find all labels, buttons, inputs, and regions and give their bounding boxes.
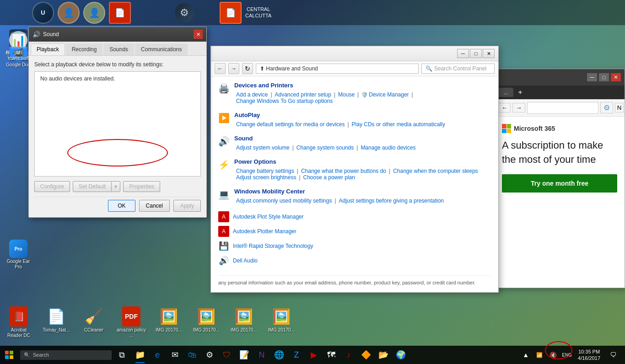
- cp-close-button[interactable]: ✕: [483, 49, 495, 58]
- taskbar-app-antivirus[interactable]: 🛡: [219, 347, 235, 363]
- tab-sounds[interactable]: Sounds: [103, 43, 134, 55]
- cp-link-presentation[interactable]: Adjust settings before giving a presenta…: [339, 198, 444, 204]
- apply-button[interactable]: Apply: [173, 200, 201, 212]
- cp-link-plot-style[interactable]: Autodesk Plot Style Manager: [233, 214, 304, 220]
- browser-new-tab-button[interactable]: +: [515, 88, 525, 96]
- browser-maximize-button[interactable]: □: [599, 73, 609, 81]
- taskbar-app-notepad[interactable]: 📝: [236, 347, 253, 363]
- start-button[interactable]: [0, 346, 18, 364]
- taskbar-app-music[interactable]: ♪: [340, 347, 357, 363]
- notification-center-button[interactable]: 🗨: [605, 347, 621, 363]
- thumbnail-iobit[interactable]: U: [32, 2, 54, 24]
- cp-link-adjust-volume[interactable]: Adjust system volume: [236, 145, 290, 151]
- taskbar-app-maps[interactable]: 🗺: [323, 347, 339, 363]
- thumbnail-person1[interactable]: 👤: [58, 2, 80, 24]
- taskbar-app-onenote[interactable]: N: [253, 347, 270, 363]
- cp-link-intel-rst[interactable]: Intel® Rapid Storage Technology: [233, 243, 313, 249]
- browser-address-input[interactable]: [527, 102, 598, 114]
- taskbar-app-edge[interactable]: e: [149, 347, 166, 363]
- taskbar-app-store[interactable]: 🛍: [184, 347, 200, 363]
- task-view-button[interactable]: ⧉: [113, 347, 130, 363]
- cp-forward-button[interactable]: →: [228, 63, 239, 74]
- thumbnail-person2[interactable]: 👤: [83, 2, 105, 24]
- set-default-button[interactable]: Set Default: [73, 182, 111, 192]
- cp-link-battery[interactable]: Change battery settings: [236, 168, 294, 174]
- taskbar-app-zoom[interactable]: Z: [288, 347, 305, 363]
- taskbar-search-box[interactable]: 🔍 Search: [20, 350, 112, 360]
- cp-link-mobility-settings[interactable]: Adjust commonly used mobility settings: [236, 198, 332, 204]
- try-free-button[interactable]: Try one month free: [502, 174, 617, 193]
- taskbar-app-chrome[interactable]: 🌐: [271, 347, 287, 363]
- steam-icon[interactable]: ⚙: [175, 3, 194, 22]
- browser-menu-btn[interactable]: ⚙: [600, 102, 613, 113]
- browser-tab-active[interactable]: ...: [498, 88, 513, 97]
- cp-link-windows-to-go[interactable]: Change Windows To Go startup options: [236, 98, 333, 104]
- cp-link-mouse[interactable]: Mouse: [338, 91, 355, 98]
- taskbar-app-fileexplorer[interactable]: 📁: [132, 347, 148, 363]
- cp-link-change-sounds[interactable]: Change system sounds: [296, 145, 354, 151]
- cp-link-plotter[interactable]: Autodesk Plotter Manager: [233, 228, 296, 235]
- tab-playback[interactable]: Playback: [31, 43, 65, 55]
- cp-link-manage-audio[interactable]: Manage audio devices: [361, 145, 415, 151]
- taskbar-clock[interactable]: 10:35 PM 4/16/2017: [574, 348, 604, 362]
- cp-search-box[interactable]: 🔍 Search Control Panel: [421, 64, 495, 74]
- configure-button[interactable]: Configure: [34, 181, 70, 192]
- cp-link-dell-audio[interactable]: Dell Audio: [233, 257, 258, 264]
- cp-link-brightness[interactable]: Adjust screen brightness: [236, 174, 296, 181]
- properties-button[interactable]: Properties: [123, 181, 160, 192]
- systray-network-icon[interactable]: 📶: [533, 347, 546, 363]
- cp-sound-title[interactable]: Sound: [234, 135, 415, 142]
- cp-link-default-media[interactable]: Change default settings for media or dev…: [236, 121, 345, 128]
- systray-volume-icon[interactable]: 🔇: [547, 347, 560, 363]
- dialog-close-button[interactable]: ✕: [194, 30, 203, 39]
- cp-refresh-button[interactable]: ↻: [242, 63, 253, 74]
- file-icon-img4[interactable]: 🖼️ IMG 20170...: [264, 304, 298, 340]
- file-icon-img2[interactable]: 🖼️ IMG 20170...: [189, 304, 223, 340]
- file-icon-img3[interactable]: 🖼️ IMG 20170...: [227, 304, 261, 340]
- file-icon-acrobat[interactable]: 📕 Acrobat Reader DC: [2, 304, 36, 340]
- cp-mobility-title[interactable]: Windows Mobility Center: [234, 188, 444, 195]
- cp-link-power-buttons[interactable]: Change what the power buttons do: [301, 168, 386, 174]
- file-icon-img1[interactable]: 🖼️ IMG 20170...: [152, 304, 186, 340]
- cp-autoplay-title[interactable]: AutoPlay: [234, 112, 445, 118]
- cp-link-printer-setup[interactable]: Advanced printer setup: [275, 91, 331, 98]
- desktop-icon-pro[interactable]: Pro Google Ear Pro: [4, 238, 33, 272]
- cp-back-button[interactable]: ←: [215, 63, 226, 74]
- cp-link-sleep[interactable]: Change when the computer sleeps: [393, 168, 478, 174]
- file-icon-amazon[interactable]: PDF amazon policy ...: [114, 304, 148, 340]
- file-icon-ccleaner[interactable]: 🧹 CCleaner: [77, 304, 111, 340]
- systray-hidden-icons[interactable]: ▲: [519, 347, 532, 363]
- tab-recording[interactable]: Recording: [66, 43, 103, 55]
- cp-minimize-button[interactable]: ─: [457, 49, 469, 58]
- cp-devices-title[interactable]: Devices and Printers: [234, 82, 416, 89]
- cp-maximize-button[interactable]: □: [470, 49, 482, 58]
- file-icon-tomay[interactable]: 📄 Tomay_Nat...: [39, 304, 73, 340]
- cp-link-play-cds[interactable]: Play CDs or other media automatically: [352, 121, 445, 128]
- browser-back-btn[interactable]: ←: [498, 103, 511, 112]
- taskbar-app-vlc[interactable]: 🔶: [358, 347, 374, 363]
- cancel-button[interactable]: Cancel: [139, 200, 170, 212]
- device-list[interactable]: No audio devices are installed.: [34, 71, 201, 177]
- thumbnail-pdf[interactable]: 📄: [109, 2, 131, 24]
- cp-link-power-plan[interactable]: Choose a power plan: [303, 174, 355, 181]
- cp-link-device-manager[interactable]: Device Manager: [369, 91, 409, 98]
- systray-keyboard-icon[interactable]: ENG: [560, 347, 573, 363]
- browser-forward-btn[interactable]: →: [512, 103, 525, 112]
- cp-link-add-device[interactable]: Add a device: [236, 91, 268, 98]
- ms-logo-sq-yellow: [507, 129, 512, 134]
- taskbar-app-globe[interactable]: 🌍: [393, 347, 409, 363]
- browser-close-button[interactable]: ✕: [611, 73, 621, 81]
- ok-button[interactable]: OK: [108, 200, 135, 212]
- cp-power-title[interactable]: Power Options: [234, 158, 478, 165]
- taskbar-app-settings[interactable]: ⚙: [201, 347, 218, 363]
- taskbar-app-youtube[interactable]: ▶: [306, 347, 322, 363]
- clock-date: 4/16/2017: [578, 355, 600, 361]
- taskbar-app-mail[interactable]: ✉: [167, 347, 183, 363]
- antivirus-icon: 🛡: [223, 350, 231, 360]
- browser-minimize-button[interactable]: ─: [587, 73, 597, 81]
- tab-communications[interactable]: Communications: [135, 43, 188, 55]
- thumbnail-pdf2[interactable]: 📄: [220, 2, 242, 24]
- browser-ext-btn1[interactable]: N: [615, 103, 624, 112]
- taskbar-app-folder[interactable]: 📂: [375, 347, 392, 363]
- set-default-dropdown-button[interactable]: ▾: [111, 182, 120, 192]
